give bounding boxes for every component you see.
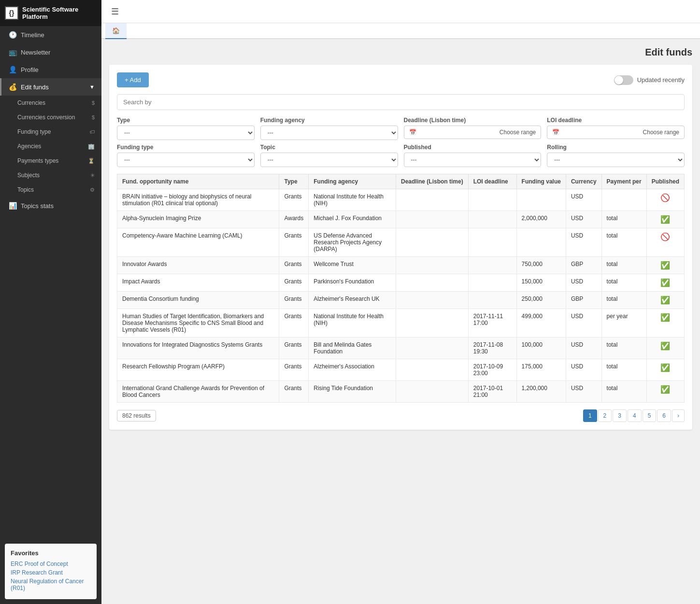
table-row[interactable]: BRAIN initiative – biology and biophysic… xyxy=(117,189,685,211)
cell-value: 1,200,000 xyxy=(516,381,566,403)
sidebar-sub-currencies-conversion[interactable]: Currencies conversion $ xyxy=(0,110,101,125)
sidebar-item-edit-funds[interactable]: 💰 Edit funds ▼ xyxy=(0,78,101,96)
filter-agency-select[interactable]: --- xyxy=(260,126,398,140)
filter-deadline-picker[interactable]: 📅 Choose range xyxy=(404,126,542,139)
cell-loi xyxy=(468,274,516,292)
cell-fund-name: Alpha-Synuclein Imaging Prize xyxy=(117,211,279,228)
filter-loi-deadline: LOI deadline 📅 Choose range xyxy=(547,117,685,140)
cell-loi xyxy=(468,228,516,257)
table-row[interactable]: International Grand Challenge Awards for… xyxy=(117,381,685,403)
cell-published: ✅ xyxy=(646,309,684,337)
cell-currency: USD xyxy=(566,189,601,211)
page-btn-3[interactable]: 3 xyxy=(613,409,627,422)
filter-loi-label: LOI deadline xyxy=(547,117,685,124)
filter-published-select[interactable]: --- Yes No xyxy=(404,153,542,167)
table-row[interactable]: Innovator Awards Grants Wellcome Trust 7… xyxy=(117,257,685,274)
cell-type: Grants xyxy=(279,359,309,381)
filter-funding-type: Funding type --- xyxy=(117,144,255,167)
filter-type-select[interactable]: --- Grants Awards xyxy=(117,126,255,140)
sidebar-sub-funding-type[interactable]: Funding type 🏷 xyxy=(0,125,101,139)
sidebar-item-label: Newsletter xyxy=(21,49,50,56)
toggle-knob xyxy=(614,76,623,84)
filter-loi-picker[interactable]: 📅 Choose range xyxy=(547,126,685,139)
cell-agency: Michael J. Fox Foundation xyxy=(309,211,396,228)
cell-deadline xyxy=(396,292,469,309)
filter-topic: Topic --- xyxy=(260,144,398,167)
cell-fund-name: Competency-Aware Machine Learning (CAML) xyxy=(117,228,279,257)
updated-recently-toggle[interactable] xyxy=(614,75,633,85)
cell-type: Grants xyxy=(279,257,309,274)
page-btn-1[interactable]: 1 xyxy=(583,409,597,422)
cell-value: 499,000 xyxy=(516,309,566,337)
cell-currency: USD xyxy=(566,211,601,228)
table-row[interactable]: Impact Awards Grants Parkinson's Foundat… xyxy=(117,274,685,292)
cell-payment: total xyxy=(601,257,646,274)
filter-rolling-select[interactable]: --- Yes No xyxy=(547,153,685,167)
cell-payment: total xyxy=(601,228,646,257)
col-deadline: Deadline (Lisbon time) xyxy=(396,174,469,189)
page-next-btn[interactable]: › xyxy=(672,409,685,422)
cell-agency: National Institute for Health (NIH) xyxy=(309,309,396,337)
sidebar-sub-subjects[interactable]: Subjects ✳ xyxy=(0,168,101,183)
sidebar-item-label: Timeline xyxy=(21,31,44,39)
table-row[interactable]: Competency-Aware Machine Learning (CAML)… xyxy=(117,228,685,257)
cell-type: Grants xyxy=(279,292,309,309)
cell-agency: Wellcome Trust xyxy=(309,257,396,274)
filter-topic-label: Topic xyxy=(260,144,398,151)
favorite-link-irp[interactable]: IRP Research Grant xyxy=(11,569,91,576)
sidebar-item-label: Topics stats xyxy=(21,202,54,210)
page-btn-4[interactable]: 4 xyxy=(628,409,642,422)
sidebar-item-newsletter[interactable]: 📺 Newsletter xyxy=(0,43,101,61)
sidebar-nav: 🕐 Timeline 📺 Newsletter 👤 Profile 💰 Edit… xyxy=(0,26,101,539)
sidebar-item-timeline[interactable]: 🕐 Timeline xyxy=(0,26,101,43)
favorites-box: Favorites ERC Proof of Concept IRP Resea… xyxy=(5,544,97,599)
cell-fund-name: Innovator Awards xyxy=(117,257,279,274)
filter-funding-type-select[interactable]: --- xyxy=(117,153,255,167)
app-title: Scientific Software Platform xyxy=(22,6,97,20)
filter-rolling-label: Rolling xyxy=(547,144,685,151)
cell-type: Grants xyxy=(279,228,309,257)
cell-type: Grants xyxy=(279,309,309,337)
table-row[interactable]: Innovations for Integrated Diagnostics S… xyxy=(117,337,685,359)
cell-value xyxy=(516,228,566,257)
page-btn-2[interactable]: 2 xyxy=(598,409,612,422)
published-ok-icon: ✅ xyxy=(660,342,670,350)
tab-home[interactable]: 🏠 xyxy=(105,23,127,39)
sidebar-item-topics-stats[interactable]: 📊 Topics stats xyxy=(0,197,101,214)
cell-type: Grants xyxy=(279,274,309,292)
cell-currency: USD xyxy=(566,359,601,381)
sub-label: Subjects xyxy=(17,172,40,179)
table-row[interactable]: Alpha-Synuclein Imaging Prize Awards Mic… xyxy=(117,211,685,228)
favorite-link-neural[interactable]: Neural Regulation of Cancer (R01) xyxy=(11,578,91,591)
sidebar-sub-payments-types[interactable]: Payments types ⏳ xyxy=(0,154,101,168)
table-row[interactable]: Research Fellowship Program (AARFP) Gran… xyxy=(117,359,685,381)
filter-type-label: Type xyxy=(117,117,255,124)
filter-funding-agency: Funding agency --- xyxy=(260,117,398,140)
col-value: Funding value xyxy=(516,174,566,189)
sidebar-sub-agencies[interactable]: Agencies 🏢 xyxy=(0,139,101,154)
filter-topic-select[interactable]: --- xyxy=(260,153,398,167)
content-area: Edit funds + Add Updated recently Type xyxy=(101,39,700,604)
col-type: Type xyxy=(279,174,309,189)
cell-type: Grants xyxy=(279,381,309,403)
search-input[interactable] xyxy=(117,94,685,110)
sidebar-item-label: Edit funds xyxy=(21,84,49,91)
cell-loi xyxy=(468,257,516,274)
sidebar-sub-currencies[interactable]: Currencies $ xyxy=(0,96,101,110)
page-btn-5[interactable]: 5 xyxy=(643,409,657,422)
sidebar-item-profile[interactable]: 👤 Profile xyxy=(0,61,101,78)
cell-type: Awards xyxy=(279,211,309,228)
hamburger-button[interactable]: ☰ xyxy=(107,4,123,19)
filters-row-2: Funding type --- Topic --- Published --- xyxy=(117,144,685,167)
tab-bar: 🏠 xyxy=(101,23,700,39)
favorite-link-erc[interactable]: ERC Proof of Concept xyxy=(11,561,91,567)
cell-payment: total xyxy=(601,337,646,359)
sidebar-sub-topics[interactable]: Topics ⚙ xyxy=(0,183,101,197)
cell-deadline xyxy=(396,309,469,337)
cell-loi: 2017-11-11 17:00 xyxy=(468,309,516,337)
table-row[interactable]: Human Studies of Target Identification, … xyxy=(117,309,685,337)
table-row[interactable]: Dementia Consortium funding Grants Alzhe… xyxy=(117,292,685,309)
add-button[interactable]: + Add xyxy=(117,72,149,87)
col-fund-name: Fund. opportunity name xyxy=(117,174,279,189)
page-btn-6[interactable]: 6 xyxy=(657,409,671,422)
